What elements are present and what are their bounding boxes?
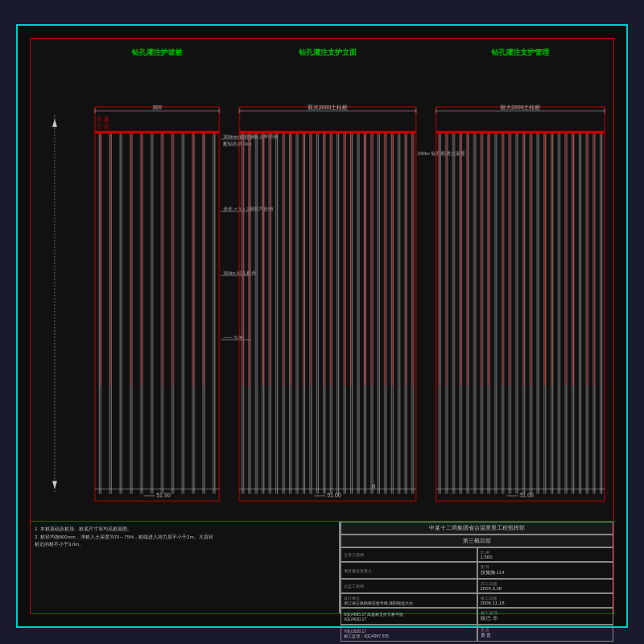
company-cell: 中某十二局集团省台温景景工程指挥部 xyxy=(341,522,613,535)
title-block: 1. 本桩基础及桩顶、桩底尺寸等均见桩基图。 2. 桩径均按600mm，净桩入土… xyxy=(31,521,613,613)
sheet-cell: 图 号 技施施-114 xyxy=(477,562,614,579)
chief-eng-cell: 总监工程师 xyxy=(341,579,477,593)
inner-frame: 1. 本桩基础及桩顶、桩底尺寸等均见桩基图。 2. 桩径均按600mm，净桩入土… xyxy=(30,38,614,614)
coord2b-value: 施工监理：X(E)4997.535 xyxy=(344,634,474,638)
pm-label-cell: 主管工程师 xyxy=(341,547,477,562)
reviewer-value: 黄 贵 xyxy=(481,632,611,639)
sheet-value: 技施施-114 xyxy=(481,569,611,576)
date-end-cell: 竣工日期 2006.11.18 xyxy=(477,593,614,608)
note-1: 1. 本桩基础及桩顶、桩底尺寸等均见桩基图。 xyxy=(35,526,335,534)
coord-value-2: X(E)4630.17 xyxy=(344,617,474,621)
notes-area: 1. 本桩基础及桩顶、桩底尺寸等均见桩基图。 2. 桩径均按600mm，净桩入土… xyxy=(31,522,340,613)
resp-label-cell: 项目建设负责人 xyxy=(341,562,477,579)
chief-eng-label: 总监工程师 xyxy=(344,584,474,588)
coord-cell: X(E)4695.17 高速林支护天桥平面 X(E)4630.17 xyxy=(341,608,477,625)
date-end-value: 2006.11.18 xyxy=(481,601,611,605)
design-unit-cell: 设计单位 浙江省公路勘探实验专线 蒲阳锦远大办 xyxy=(341,593,477,608)
scale-value: 1:500 xyxy=(481,555,611,559)
date-start-cell: 开工日期 2004.3.28 xyxy=(477,579,614,593)
project-name: 第三概目部 xyxy=(344,537,610,545)
scale-cell: 比 例 1:500 xyxy=(477,547,614,562)
date-start-value: 2004.3.28 xyxy=(481,586,611,591)
supervisor-value: 顾 巴 华 xyxy=(481,615,611,622)
project-cell: 第三概目部 xyxy=(341,535,613,547)
company-name: 中某十二局集团省台温景景工程指挥部 xyxy=(344,524,610,532)
coord2-cell: Y(E)1628.17 施工监理：X(E)4997.535 xyxy=(341,625,477,642)
outer-frame: 1. 本桩基础及桩顶、桩底尺寸等均见桩基图。 2. 桩径均按600mm，净桩入土… xyxy=(16,24,628,628)
pm-label: 主管工程师 xyxy=(344,552,474,557)
note-2: 2. 桩径均按600mm，净桩入土深度为70～75%，桩端进入持力层不小于2m。… xyxy=(35,534,335,542)
design-unit-value: 浙江省公路勘探实验专线 蒲阳锦远大办 xyxy=(344,601,474,605)
stamp-area: 中某十二局集团省台温景景工程指挥部 第三概目部 主管工程师 比 例 1:500 … xyxy=(340,522,613,613)
note-3: 桩近的桩不小于3.0m。 xyxy=(35,541,335,549)
resp-label: 项目建设负责人 xyxy=(344,568,474,573)
supervisor-cell: 施工 监理： 顾 巴 华 xyxy=(477,608,614,625)
reviewer-cell: 复 查 黄 贵 xyxy=(477,625,614,642)
